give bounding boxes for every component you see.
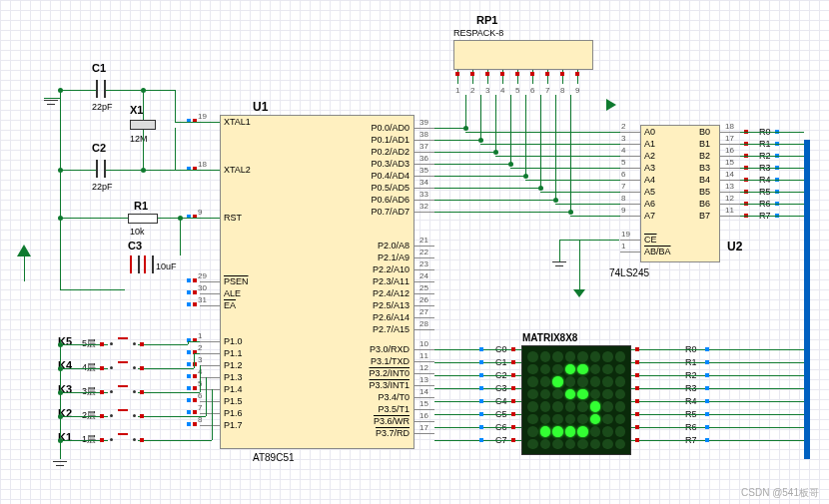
matrix-led: [552, 364, 563, 375]
matrix-led: [540, 414, 551, 425]
vcc-arrow: [606, 99, 616, 111]
u2-pin-label: A3: [644, 163, 655, 173]
matrix-led: [615, 426, 626, 437]
u1-pin-num: 22: [419, 248, 428, 256]
matrix-led: [590, 389, 601, 400]
u2-pin-num: 4: [621, 146, 625, 155]
matrix-led: [565, 414, 576, 425]
button-K2[interactable]: [108, 409, 138, 423]
u2-pin-label: B7: [699, 211, 710, 221]
gnd-u2: [552, 261, 566, 271]
matrix-led: [602, 351, 613, 362]
rp1-pin: 1: [455, 86, 459, 95]
u2-part: 74LS245: [609, 267, 649, 278]
u1-pin-label: P2.4/A12: [360, 288, 410, 298]
button-K1[interactable]: [108, 433, 138, 447]
matrix-led: [565, 426, 576, 437]
u2-pin-label: A6: [644, 199, 655, 209]
u1-pin-label: P0.4/AD4: [360, 171, 410, 181]
u2-pin-label: A5: [644, 187, 655, 197]
matrix-led: [602, 426, 613, 437]
matrix-led: [527, 364, 538, 375]
u1-pin-label: P1.4: [224, 384, 243, 394]
u1-pin-label: P0.2/AD2: [360, 147, 410, 157]
u2-pin-label: A2: [644, 151, 655, 161]
matrix-led: [552, 376, 563, 387]
matrix-led: [577, 439, 588, 450]
matrix-led: [577, 426, 588, 437]
matrix-led: [527, 439, 538, 450]
u1-pin-num: 12: [419, 363, 428, 372]
c1-val: 22pF: [92, 102, 113, 112]
schematic-canvas: RP1 RESPACK-8 1 2 3 4 5 6 7 8 9 U1 AT89C…: [0, 0, 829, 504]
u1-pin-label: P0.7/AD7: [360, 207, 410, 217]
matrix-led: [615, 414, 626, 425]
matrix-led: [602, 414, 613, 425]
c3-val: 10uF: [156, 261, 177, 271]
u1-ref: U1: [253, 100, 268, 114]
matrix-led: [540, 439, 551, 450]
u2-pin-num: 6: [621, 170, 625, 179]
matrix-led: [527, 401, 538, 412]
matrix-led: [540, 401, 551, 412]
x1-ref: X1: [130, 104, 143, 116]
u1-pin-num: 18: [198, 160, 207, 169]
rp1-ref: RP1: [476, 14, 497, 26]
bus-bar: [804, 140, 810, 459]
button-K3[interactable]: [108, 385, 138, 399]
matrix-led: [527, 389, 538, 400]
u2-pin-num: 15: [725, 158, 734, 167]
matrix-led: [540, 426, 551, 437]
matrix-led: [565, 439, 576, 450]
matrix-led: [577, 414, 588, 425]
r1-val: 10k: [130, 227, 145, 237]
u1-pin-num: 17: [419, 423, 428, 432]
u1-pin-label: EA: [224, 300, 236, 310]
matrix-led: [565, 376, 576, 387]
u1-pin-label: P1.5: [224, 396, 243, 406]
u1-pin-label: P3.3/INT1: [360, 380, 410, 390]
matrix-led: [615, 401, 626, 412]
u1-pin-num: 33: [419, 190, 428, 199]
u1-pin-label: P2.5/A13: [360, 300, 410, 310]
u2-pin-label: B1: [699, 139, 710, 149]
u1-pin-num: 39: [419, 118, 428, 127]
button-K5[interactable]: [108, 337, 138, 351]
u1-pin-num: 16: [419, 411, 428, 420]
u1-pin-label: P3.1/TXD: [360, 356, 410, 366]
u1-part: AT89C51: [253, 452, 295, 463]
matrix-led: [527, 376, 538, 387]
matrix-led: [565, 401, 576, 412]
u1-pin-num: 38: [419, 130, 428, 139]
u1-pin-label: P3.2/INT0: [360, 368, 410, 378]
u1-pin-label: P2.0/A8: [360, 241, 410, 251]
matrix-ref: MATRIX8X8: [522, 332, 577, 343]
matrix-led: [602, 389, 613, 400]
u1-pin-label: XTAL2: [224, 165, 251, 175]
rp1-pin: 2: [470, 86, 474, 95]
c2-val: 22pF: [92, 182, 113, 192]
rp1-body: [453, 40, 593, 70]
matrix-led: [552, 426, 563, 437]
u2-pin-label: B2: [699, 151, 710, 161]
button-K4[interactable]: [108, 361, 138, 375]
u2-pin-label: A0: [644, 127, 655, 137]
u1-pin-num: 34: [419, 178, 428, 187]
matrix-led: [602, 401, 613, 412]
matrix-led: [552, 414, 563, 425]
u2-ref: U2: [727, 240, 742, 253]
c1-ref: C1: [92, 62, 106, 74]
u1-pin-num: 26: [419, 295, 428, 304]
matrix-led: [565, 389, 576, 400]
vcc-arrow-left: [17, 245, 31, 256]
matrix-led: [540, 376, 551, 387]
u1-pin-label: P0.0/AD0: [360, 123, 410, 133]
rp1-pin: 8: [560, 86, 564, 95]
u2-pin-num: 1: [621, 242, 625, 251]
matrix-led: [590, 426, 601, 437]
rp1-pin: 7: [545, 86, 549, 95]
u1-pin-label: P1.0: [224, 336, 243, 346]
matrix-led: [602, 439, 613, 450]
u2-pin-num: 16: [725, 146, 734, 155]
u2-pin-num: 14: [725, 170, 734, 179]
